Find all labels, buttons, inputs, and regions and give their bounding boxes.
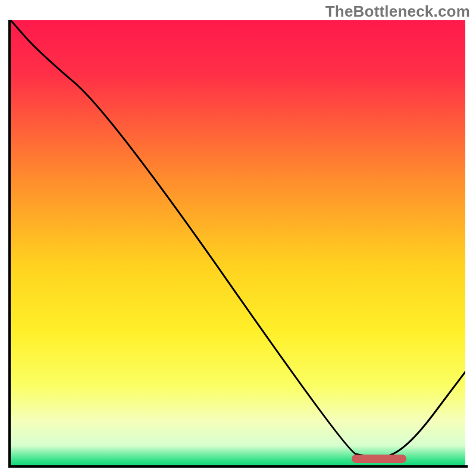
- chart-container: TheBottleneck.com: [0, 0, 476, 476]
- y-axis: [8, 20, 11, 468]
- curve-line: [11, 20, 465, 465]
- optimal-marker: [352, 455, 406, 463]
- x-axis: [8, 465, 468, 468]
- watermark-text: TheBottleneck.com: [325, 2, 470, 21]
- plot-area: [11, 20, 465, 465]
